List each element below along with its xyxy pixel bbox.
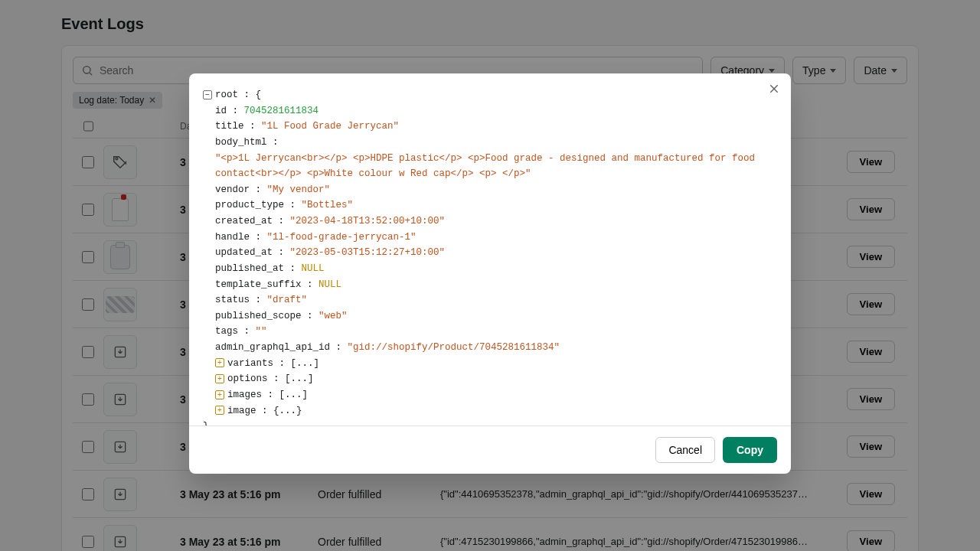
json-viewer-modal: root : {id : 7045281611834title : "1L Fo…	[189, 73, 791, 474]
expand-toggle[interactable]	[215, 390, 224, 399]
close-icon	[768, 83, 780, 95]
close-button[interactable]	[765, 80, 783, 98]
modal-overlay: root : {id : 7045281611834title : "1L Fo…	[0, 0, 980, 551]
cancel-button[interactable]: Cancel	[655, 437, 715, 463]
expand-toggle[interactable]	[215, 374, 224, 383]
copy-button[interactable]: Copy	[723, 437, 777, 463]
json-body: root : {id : 7045281611834title : "1L Fo…	[189, 73, 791, 425]
expand-toggle[interactable]	[215, 406, 224, 415]
collapse-toggle[interactable]	[203, 90, 212, 99]
expand-toggle[interactable]	[215, 358, 224, 367]
